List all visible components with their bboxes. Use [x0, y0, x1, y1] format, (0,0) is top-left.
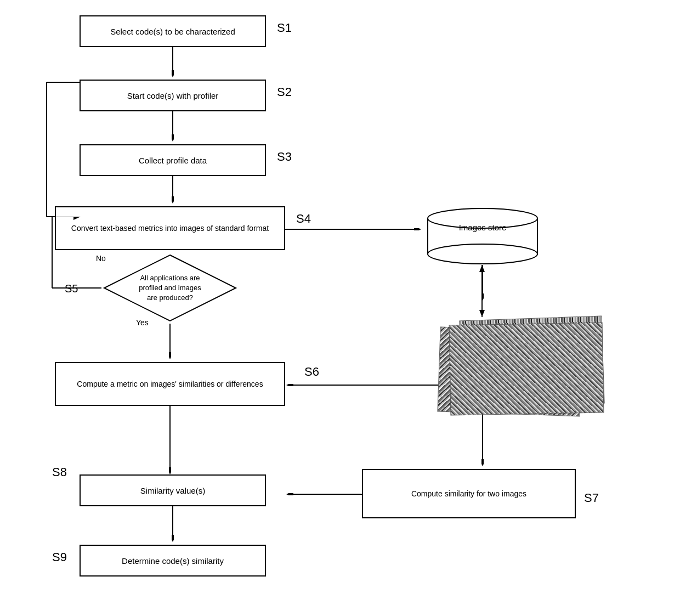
- svg-marker-23: [169, 352, 171, 359]
- s5-text: All applications are profiled and images…: [101, 252, 239, 324]
- arrow-s1-s2: [172, 47, 174, 80]
- svg-marker-29: [481, 459, 484, 466]
- diagram-container: Select code(s) to be characterized S1 St…: [0, 0, 680, 616]
- s1-box: Select code(s) to be characterized: [80, 15, 266, 47]
- arrow-s7-s8: [285, 493, 365, 495]
- svg-marker-11: [414, 228, 421, 230]
- s5-diamond-container: All applications are profiled and images…: [101, 252, 239, 324]
- arrow-bidir: [479, 265, 485, 320]
- s9-box: Determine code(s) similarity: [80, 545, 266, 577]
- s8-box: Similarity value(s): [80, 474, 266, 506]
- s8-label: S8: [52, 465, 67, 479]
- s4-label: S4: [296, 212, 311, 226]
- svg-marker-7: [172, 134, 174, 142]
- svg-marker-33: [172, 535, 174, 542]
- s9-label: S9: [52, 550, 67, 564]
- arrow-s6-s8: [169, 406, 171, 477]
- s6-box: Compute a metric on images' similarities…: [55, 362, 285, 406]
- svg-marker-9: [172, 196, 174, 204]
- cylinder-svg: [425, 207, 540, 265]
- s3-box: Collect profile data: [80, 144, 266, 176]
- s7-label: S7: [584, 491, 599, 505]
- arrow-s2-s3: [172, 111, 174, 144]
- svg-marker-1: [172, 70, 174, 77]
- s2-box: Start code(s) with profiler: [80, 80, 266, 111]
- image-mosaic-front: [449, 323, 604, 416]
- svg-marker-27: [169, 467, 171, 474]
- svg-marker-31: [286, 493, 293, 495]
- s6-label: S6: [304, 365, 319, 379]
- arrow-s3-s4: [172, 176, 174, 206]
- svg-marker-20: [479, 265, 485, 272]
- svg-marker-25: [286, 384, 293, 386]
- s1-label: S1: [277, 21, 292, 35]
- arrow-s8-s9: [172, 506, 174, 545]
- arrow-s4-store: [285, 228, 428, 230]
- svg-marker-37: [73, 217, 81, 220]
- s7-box: Compute similarity for two images: [362, 469, 576, 518]
- arrow-mosaic-s7: [481, 414, 484, 469]
- loop-no-arrow: [36, 217, 104, 354]
- images-store-cylinder: Images store: [425, 207, 540, 265]
- arrow-mosaic-s6: [285, 384, 441, 386]
- s3-label: S3: [277, 150, 292, 164]
- s2-label: S2: [277, 85, 292, 99]
- images-store-label: Images store: [425, 223, 540, 232]
- arrow-yes-s6: [169, 324, 171, 362]
- s5-yes-label: Yes: [136, 318, 149, 327]
- svg-point-14: [428, 244, 537, 264]
- svg-marker-19: [479, 310, 485, 317]
